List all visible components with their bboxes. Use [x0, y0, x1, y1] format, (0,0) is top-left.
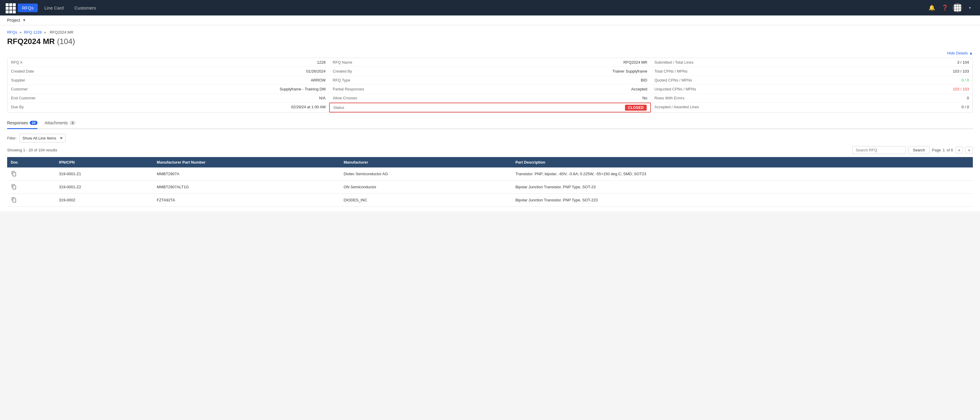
detail-row-supplier: Supplier ARROW — [8, 76, 329, 85]
page-info: Page 1 of 6 — [932, 148, 953, 152]
nav-customers[interactable]: Customers — [70, 3, 100, 12]
tabs-bar: Responses 20 Attachments 1 — [7, 118, 973, 129]
tab-responses-badge: 20 — [30, 121, 37, 125]
details-grid: RFQ # 1228 Created Date 01/26/2024 Suppl… — [7, 58, 973, 113]
status-badge: CLOSED — [625, 105, 647, 111]
svg-rect-1 — [13, 186, 16, 189]
breadcrumb-sep1: » — [20, 30, 23, 35]
page-label: Page — [932, 148, 941, 152]
avatar-chevron-icon[interactable]: ▼ — [964, 2, 975, 13]
breadcrumb-sep2: » — [44, 30, 47, 35]
page-number: 1 — [943, 148, 945, 152]
table-row: 319-0001-Z2 MMBT2907ALT1G ON Semiconduct… — [7, 181, 973, 194]
tab-responses[interactable]: Responses 20 — [7, 118, 37, 129]
col-description: Part Description — [512, 157, 973, 167]
detail-row-quoted-cpns: Quoted CPNs / MPNs 0 / 0 — [651, 76, 972, 85]
results-showing: Showing 1 - 20 of 104 results — [7, 148, 57, 152]
page-title: RFQ2024 MR (104) — [7, 37, 973, 46]
cell-description: Transistor: PNP; bipolar; -60V; -0.6A; 0… — [512, 167, 973, 181]
detail-row-accepted-awarded: Accepted / Awarded Lines 0 / 0 — [651, 103, 972, 111]
cell-description: Bipolar Junction Transistor, PNP Type, S… — [512, 194, 973, 207]
details-header: Hide Details ▲ — [7, 51, 973, 55]
detail-row-rfq-name: RFQ Name RFQ2024 MR — [329, 58, 651, 67]
detail-row-submitted-lines: Submitted / Total Lines 3 / 104 — [651, 58, 972, 67]
tab-attachments-label: Attachments — [45, 121, 68, 125]
detail-row-created-by: Created By Trainer Supplyframe — [329, 67, 651, 76]
project-label: Project — [7, 18, 20, 22]
detail-row-created-date: Created Date 01/26/2024 — [8, 67, 329, 76]
nav-line-card[interactable]: Line Card — [40, 3, 68, 12]
detail-row-due-by: Due By 02/29/24 at 1:00 AM — [8, 103, 329, 111]
details-col-middle: RFQ Name RFQ2024 MR Created By Trainer S… — [329, 58, 651, 113]
cell-doc — [7, 194, 55, 207]
detail-row-allow-crosses: Allow Crosses No — [329, 94, 651, 103]
notifications-icon[interactable]: 🔔 — [926, 2, 937, 13]
breadcrumb-rfqs[interactable]: RFQs — [7, 30, 17, 35]
col-ipn-cpn: IPN/CPN — [55, 157, 153, 167]
table-row: 319-0001-Z1 MMBT2907A Diotec Semiconduct… — [7, 167, 973, 181]
results-bar: Showing 1 - 20 of 104 results Search Pag… — [7, 146, 973, 154]
hide-details-chevron-icon: ▲ — [969, 51, 973, 55]
data-table: Doc IPN/CPN Manufacturer Part Number Man… — [7, 157, 973, 207]
app-grid-icon[interactable] — [5, 2, 16, 13]
sub-header: Project ▼ — [0, 16, 980, 25]
tab-responses-label: Responses — [7, 121, 28, 125]
detail-row-partial-responses: Partial Responses Accepted — [329, 85, 651, 94]
hide-details-button[interactable]: Hide Details ▲ — [947, 51, 973, 55]
tab-attachments-badge: 1 — [70, 121, 76, 125]
copy-icon[interactable] — [11, 183, 17, 189]
cell-ipn: 319-0001-Z1 — [55, 167, 153, 181]
cell-mpn: MMBT2907A — [153, 167, 340, 181]
cell-manufacturer: DIODES_INC — [340, 194, 512, 207]
detail-row-unquoted-cpns: Unquoted CPNs / MPNs 103 / 103 — [651, 85, 972, 94]
detail-row-status: Status CLOSED — [329, 103, 651, 113]
main-content: RFQs » RFQ 1228 » RFQ2024 MR RFQ2024 MR … — [0, 25, 980, 212]
cell-mpn: MMBT2907ALT1G — [153, 181, 340, 194]
details-col-left: RFQ # 1228 Created Date 01/26/2024 Suppl… — [8, 58, 329, 113]
nav-rfqs[interactable]: RFQs — [18, 3, 38, 12]
cell-description: Bipolar Junction Transistor, PNP Type, S… — [512, 181, 973, 194]
search-area: Search Page 1 of 6 « » — [853, 146, 973, 154]
detail-row-rfq-number: RFQ # 1228 — [8, 58, 329, 67]
cell-manufacturer: ON Semiconductor — [340, 181, 512, 194]
cell-doc — [7, 181, 55, 194]
cell-ipn: 319-0001-Z2 — [55, 181, 153, 194]
table-row: 319-0002 FZTA92TA DIODES_INC Bipolar Jun… — [7, 194, 973, 207]
breadcrumb-rfq-number[interactable]: RFQ 1228 — [24, 30, 41, 35]
breadcrumb-current: RFQ2024 MR — [50, 30, 73, 35]
search-button[interactable]: Search — [908, 146, 929, 154]
details-col-right: Submitted / Total Lines 3 / 104 Total CP… — [651, 58, 972, 113]
top-navigation: RFQs Line Card Customers 🔔 ❓ ▼ — [0, 0, 980, 16]
page-next-button[interactable]: » — [966, 146, 973, 153]
project-chevron-icon: ▼ — [22, 18, 26, 22]
detail-row-customer: Customer Supplyframe - Training DM — [8, 85, 329, 94]
filter-select[interactable]: Show All Line Items — [19, 134, 65, 143]
col-manufacturer: Manufacturer — [340, 157, 512, 167]
breadcrumb: RFQs » RFQ 1228 » RFQ2024 MR — [7, 30, 973, 35]
search-input[interactable] — [853, 146, 906, 154]
cell-manufacturer: Diotec Semiconductor AG — [340, 167, 512, 181]
svg-rect-0 — [13, 172, 16, 176]
cell-mpn: FZTA92TA — [153, 194, 340, 207]
filter-bar: Filter: Show All Line Items — [7, 134, 973, 143]
cell-doc — [7, 167, 55, 181]
tab-attachments[interactable]: Attachments 1 — [45, 118, 76, 129]
detail-row-total-cpns: Total CPNs / MPNs 103 / 103 — [651, 67, 972, 76]
detail-row-end-customer: End Customer N/A — [8, 94, 329, 103]
col-mpn: Manufacturer Part Number — [153, 157, 340, 167]
filter-label: Filter: — [7, 136, 17, 140]
detail-row-rfq-type: RFQ Type BID — [329, 76, 651, 85]
help-icon[interactable]: ❓ — [940, 2, 950, 13]
copy-icon[interactable] — [11, 170, 17, 177]
detail-row-rows-errors: Rows With Errors 0 — [651, 94, 972, 103]
col-doc: Doc — [7, 157, 55, 167]
svg-rect-2 — [13, 199, 16, 202]
copy-icon[interactable] — [11, 197, 17, 202]
avatar[interactable] — [953, 3, 962, 13]
page-prev-button[interactable]: « — [956, 146, 963, 153]
of-label: of 6 — [947, 148, 953, 152]
cell-ipn: 319-0002 — [55, 194, 153, 207]
